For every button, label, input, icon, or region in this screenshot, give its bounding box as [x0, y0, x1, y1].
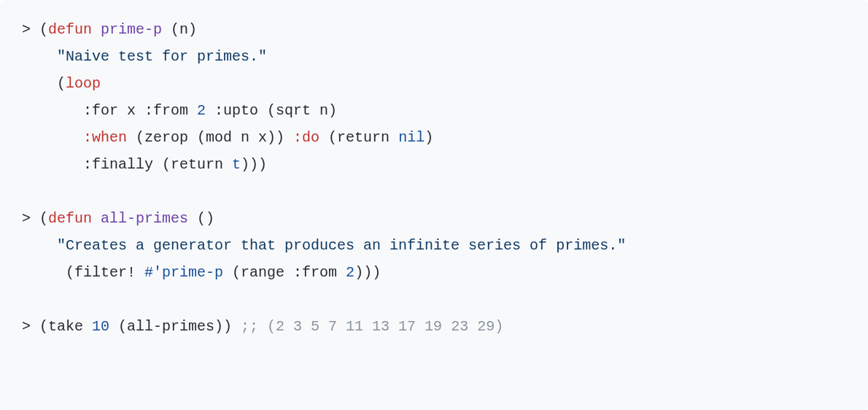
paren-close: ))): [241, 156, 267, 173]
params-all-primes: (): [188, 210, 214, 227]
function-name-prime-p: prime-p: [101, 21, 162, 38]
indent: [22, 102, 83, 119]
t-literal: t: [232, 156, 241, 173]
take-open: (take: [39, 318, 92, 335]
number-2: 2: [197, 102, 206, 119]
params-prime-p: (n): [162, 21, 197, 38]
paren-open: (: [39, 21, 48, 38]
indent: [22, 237, 57, 254]
upto-segment: :upto (sqrt n): [206, 102, 337, 119]
paren-open: (: [57, 75, 66, 92]
range-segment: (range :from: [223, 264, 346, 281]
hashquote-prime-p: #'prime-p: [144, 264, 223, 281]
defun-keyword: defun: [48, 21, 92, 38]
number-2: 2: [346, 264, 354, 281]
return-open: (return: [319, 129, 398, 146]
repl-prompt: >: [22, 318, 39, 335]
defun-keyword: defun: [48, 210, 92, 227]
finally-segment: :finally (return: [83, 156, 232, 173]
indent: [22, 156, 83, 173]
space: [92, 21, 101, 38]
code-content: > (defun prime-p (n) "Naive test for pri…: [22, 16, 846, 340]
space: [92, 210, 101, 227]
comment-result: ;; (2 3 5 7 11 13 17 19 23 29): [241, 318, 503, 335]
code-block: > (defun prime-p (n) "Naive test for pri…: [0, 0, 868, 410]
indent: [22, 75, 57, 92]
number-10: 10: [92, 318, 109, 335]
repl-prompt: >: [22, 210, 39, 227]
paren-close: ): [425, 129, 433, 146]
function-name-all-primes: all-primes: [101, 210, 188, 227]
nil-literal: nil: [398, 129, 425, 146]
paren-close: ))): [354, 264, 381, 281]
filter-open: (filter!: [66, 264, 144, 281]
repl-prompt: >: [22, 21, 39, 38]
take-rest: (all-primes)): [109, 318, 241, 335]
for-segment: :for x :from: [83, 102, 197, 119]
indent: [22, 48, 57, 65]
indent: [22, 129, 83, 146]
docstring-all-primes: "Creates a generator that produces an in…: [57, 237, 626, 254]
loop-keyword: loop: [66, 75, 101, 92]
do-keyword: :do: [293, 129, 319, 146]
paren-open: (: [39, 210, 48, 227]
when-keyword: :when: [83, 129, 127, 146]
indent: [22, 264, 66, 281]
when-body: (zerop (mod n x)): [127, 129, 293, 146]
docstring-prime-p: "Naive test for primes.": [57, 48, 267, 65]
